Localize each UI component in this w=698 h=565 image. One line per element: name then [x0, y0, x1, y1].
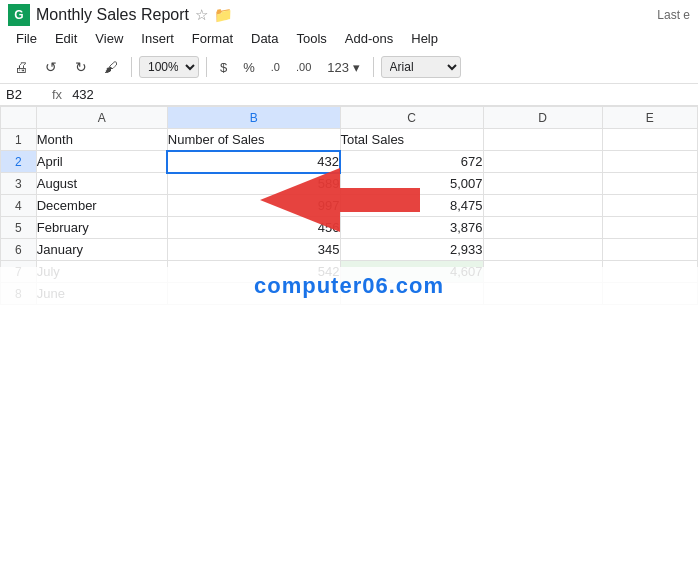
decimal-down-button[interactable]: .0 [265, 59, 286, 75]
cell-c4[interactable]: 8,475 [340, 195, 483, 217]
zoom-select[interactable]: 100% [139, 56, 199, 78]
redo-button[interactable]: ↻ [68, 54, 94, 80]
watermark-label: computer06.com [0, 267, 698, 305]
col-header-b[interactable]: B [167, 107, 340, 129]
cell-a1[interactable]: Month [36, 129, 167, 151]
cell-c1[interactable]: Total Sales [340, 129, 483, 151]
cell-b3[interactable]: 589 [167, 173, 340, 195]
folder-icon[interactable]: 📁 [214, 6, 233, 24]
page-title: Monthly Sales Report [36, 6, 189, 24]
cell-c6[interactable]: 2,933 [340, 239, 483, 261]
table-row: 6 January 345 2,933 [1, 239, 698, 261]
spreadsheet: A B C D E 1 Month Number of Sales Total … [0, 106, 698, 305]
cell-b1[interactable]: Number of Sales [167, 129, 340, 151]
separator-1 [131, 57, 132, 77]
col-header-c[interactable]: C [340, 107, 483, 129]
table-row: 3 August 589 5,007 [1, 173, 698, 195]
row-num-5: 5 [1, 217, 37, 239]
table-row: 1 Month Number of Sales Total Sales [1, 129, 698, 151]
cell-d6[interactable] [483, 239, 602, 261]
menu-file[interactable]: File [8, 28, 45, 49]
currency-button[interactable]: $ [214, 58, 233, 77]
menu-bar: File Edit View Insert Format Data Tools … [0, 26, 698, 51]
col-header-a[interactable]: A [36, 107, 167, 129]
last-edited-label: Last e [657, 8, 690, 22]
separator-3 [373, 57, 374, 77]
table-row: 4 December 997 8,475 [1, 195, 698, 217]
cell-a2[interactable]: April [36, 151, 167, 173]
col-header-row [1, 107, 37, 129]
separator-2 [206, 57, 207, 77]
percent-button[interactable]: % [237, 58, 261, 77]
row-num-1: 1 [1, 129, 37, 151]
menu-help[interactable]: Help [403, 28, 446, 49]
cell-e5[interactable] [602, 217, 697, 239]
cell-a6[interactable]: January [36, 239, 167, 261]
column-header-row: A B C D E [1, 107, 698, 129]
cell-e1[interactable] [602, 129, 697, 151]
cell-d1[interactable] [483, 129, 602, 151]
star-icon[interactable]: ☆ [195, 6, 208, 24]
menu-insert[interactable]: Insert [133, 28, 182, 49]
title-bar: G Monthly Sales Report ☆ 📁 Last e [0, 0, 698, 26]
table-row: 2 April 432 672 [1, 151, 698, 173]
col-header-e[interactable]: E [602, 107, 697, 129]
cell-b2[interactable]: 432 [167, 151, 340, 173]
decimal-up-button[interactable]: .00 [290, 59, 317, 75]
cell-e6[interactable] [602, 239, 697, 261]
number-format-button[interactable]: 123 ▾ [321, 58, 365, 77]
cell-c3[interactable]: 5,007 [340, 173, 483, 195]
cell-e3[interactable] [602, 173, 697, 195]
cell-e2[interactable] [602, 151, 697, 173]
row-num-3: 3 [1, 173, 37, 195]
menu-format[interactable]: Format [184, 28, 241, 49]
col-header-d[interactable]: D [483, 107, 602, 129]
app-icon: G [8, 4, 30, 26]
paint-format-button[interactable]: 🖌 [98, 54, 124, 80]
cell-d2[interactable] [483, 151, 602, 173]
row-num-4: 4 [1, 195, 37, 217]
toolbar: 🖨 ↺ ↻ 🖌 100% $ % .0 .00 123 ▾ Arial [0, 51, 698, 84]
cell-b4[interactable]: 997 [167, 195, 340, 217]
row-num-6: 6 [1, 239, 37, 261]
menu-edit[interactable]: Edit [47, 28, 85, 49]
cell-b6[interactable]: 345 [167, 239, 340, 261]
cell-c2[interactable]: 672 [340, 151, 483, 173]
cell-reference: B2 [6, 87, 46, 102]
cell-a3[interactable]: August [36, 173, 167, 195]
print-button[interactable]: 🖨 [8, 54, 34, 80]
row-num-2: 2 [1, 151, 37, 173]
menu-addons[interactable]: Add-ons [337, 28, 401, 49]
font-select[interactable]: Arial [381, 56, 461, 78]
menu-data[interactable]: Data [243, 28, 286, 49]
cell-e4[interactable] [602, 195, 697, 217]
formula-input[interactable] [68, 86, 692, 103]
cell-c5[interactable]: 3,876 [340, 217, 483, 239]
cell-a5[interactable]: February [36, 217, 167, 239]
cell-b5[interactable]: 456 [167, 217, 340, 239]
table-row: 5 February 456 3,876 [1, 217, 698, 239]
cell-a4[interactable]: December [36, 195, 167, 217]
formula-bar: B2 fx [0, 84, 698, 106]
menu-tools[interactable]: Tools [288, 28, 334, 49]
cell-d4[interactable] [483, 195, 602, 217]
cell-d5[interactable] [483, 217, 602, 239]
fx-label: fx [52, 87, 62, 102]
undo-button[interactable]: ↺ [38, 54, 64, 80]
cell-d3[interactable] [483, 173, 602, 195]
menu-view[interactable]: View [87, 28, 131, 49]
